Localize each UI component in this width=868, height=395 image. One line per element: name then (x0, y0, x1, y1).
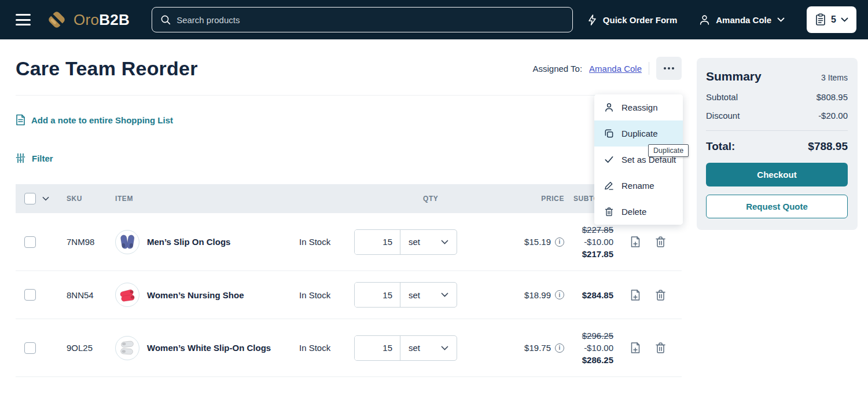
unit-price: $15.19 (524, 237, 551, 247)
unit-select[interactable]: set (400, 336, 457, 360)
menu-item-duplicate[interactable]: Duplicate (594, 120, 683, 147)
assigned-to-link[interactable]: Amanda Cole (589, 64, 642, 74)
row-discount: -$10.00 (582, 236, 613, 248)
filter-toggle[interactable]: Filter (16, 153, 682, 163)
table-row: 8NN54 Women’s N (16, 271, 682, 319)
shopping-list-grid: SKU ITEM QTY PRICE SUBTOTAL 7NM98 (16, 184, 682, 377)
duplicate-tooltip: Duplicate (648, 144, 689, 157)
pencil-icon (604, 181, 614, 191)
request-quote-button[interactable]: Request Quote (706, 195, 848, 218)
product-name-link[interactable]: Men’s Slip On Clogs (147, 237, 230, 247)
user-name: Amanda Cole (716, 15, 771, 25)
brand-name: OroB2B (73, 11, 130, 29)
check-icon (604, 155, 614, 164)
stock-status: In Stock (299, 290, 354, 300)
table-row: 9OL25 Women’s W (16, 319, 682, 377)
select-all-checkbox[interactable] (24, 193, 36, 204)
subtotal-original: $227.85 (582, 224, 613, 236)
shopping-list-page: OroB2B Quick Order Form (0, 0, 868, 395)
quantity-input[interactable] (355, 336, 400, 360)
chevron-down-icon (777, 17, 785, 22)
summary-divider (706, 130, 848, 131)
subtotal-label: Subtotal (706, 92, 738, 102)
title-row: Care Team Reorder Assigned To: Amanda Co… (16, 57, 682, 80)
product-name-link[interactable]: Women’s White Slip-On Clogs (147, 343, 271, 353)
menu-item-delete[interactable]: Delete (594, 199, 683, 225)
cart-item-count: 5 (831, 14, 836, 25)
page-title: Care Team Reorder (16, 57, 198, 80)
header-item: ITEM (115, 195, 299, 203)
search-icon (160, 14, 171, 25)
product-name-link[interactable]: Women’s Nursing Shoe (147, 290, 244, 300)
orob2b-diamond-logo (46, 9, 68, 31)
product-search-box[interactable] (152, 7, 573, 32)
chevron-down-icon (441, 240, 448, 244)
row-checkbox[interactable] (24, 342, 36, 354)
copy-icon (604, 129, 614, 138)
topbar-right-group: Quick Order Form Amanda Cole (587, 6, 856, 33)
row-discount: -$10.00 (582, 342, 613, 354)
assigned-to-group: Assigned To: Amanda Cole (532, 57, 682, 80)
add-note-link[interactable]: Add a note to entire Shopping List (16, 114, 682, 126)
clipboard-list-icon (815, 13, 826, 26)
more-actions-button[interactable] (656, 57, 682, 80)
brand-logo[interactable]: OroB2B (46, 9, 130, 31)
order-summary-panel: Summary 3 Items Subtotal $808.95 Discoun… (697, 58, 858, 230)
unit-price: $18.99 (524, 290, 551, 300)
top-navigation-bar: OroB2B Quick Order Form (0, 0, 868, 39)
menu-item-rename[interactable]: Rename (594, 173, 683, 199)
mass-action-chevron[interactable] (42, 196, 67, 201)
add-note-icon[interactable] (630, 236, 641, 248)
stock-status: In Stock (299, 237, 354, 247)
quantity-group: set (354, 282, 457, 308)
main-area: Care Team Reorder Assigned To: Amanda Co… (0, 39, 868, 377)
trash-icon[interactable] (655, 236, 666, 248)
stock-status: In Stock (299, 343, 354, 353)
info-icon[interactable]: i (555, 290, 564, 299)
quantity-group: set (354, 229, 457, 255)
header-qty: QTY (354, 195, 457, 203)
subtotal-original: $296.25 (582, 330, 613, 342)
row-subtotal: $217.85 (582, 248, 613, 260)
trash-icon[interactable] (655, 289, 666, 301)
search-input[interactable] (176, 15, 564, 25)
hamburger-menu-icon[interactable] (16, 14, 31, 25)
grid-header-row: SKU ITEM QTY PRICE SUBTOTAL (16, 184, 682, 213)
vertical-divider (649, 62, 649, 75)
user-icon (699, 14, 710, 25)
row-subtotal: $286.25 (582, 354, 613, 366)
quick-order-form-link[interactable]: Quick Order Form (587, 14, 677, 25)
title-divider (16, 95, 682, 96)
checkout-button[interactable]: Checkout (706, 163, 848, 186)
unit-select[interactable]: set (400, 230, 457, 254)
product-sku: 9OL25 (67, 343, 115, 353)
user-account-menu[interactable]: Amanda Cole (699, 14, 785, 25)
trash-icon (604, 207, 614, 217)
list-actions-dropdown: Reassign Duplicate Set as Default (594, 94, 683, 225)
product-image (115, 336, 139, 360)
product-image (115, 230, 139, 254)
filter-sliders-icon (16, 153, 26, 163)
chevron-down-icon (841, 17, 848, 22)
info-icon[interactable]: i (555, 343, 564, 353)
shopping-list-cart-button[interactable]: 5 (807, 6, 856, 33)
add-note-icon[interactable] (630, 289, 641, 301)
discount-label: Discount (706, 111, 740, 120)
quantity-input[interactable] (355, 283, 400, 307)
menu-item-reassign[interactable]: Reassign (594, 94, 683, 120)
header-sku: SKU (67, 195, 115, 203)
quantity-input[interactable] (355, 230, 400, 254)
product-image (115, 283, 139, 307)
table-row: 7NM98 Men’s Sli (16, 213, 682, 271)
unit-price: $19.75 (524, 343, 551, 353)
assigned-to-label: Assigned To: (532, 64, 582, 74)
add-note-icon[interactable] (630, 342, 641, 354)
info-icon[interactable]: i (555, 237, 564, 247)
chevron-down-icon (441, 292, 448, 297)
trash-icon[interactable] (655, 342, 666, 354)
unit-select[interactable]: set (400, 283, 457, 307)
product-sku: 7NM98 (67, 237, 115, 247)
row-checkbox[interactable] (24, 236, 36, 248)
row-checkbox[interactable] (24, 289, 36, 301)
user-icon (604, 103, 614, 112)
